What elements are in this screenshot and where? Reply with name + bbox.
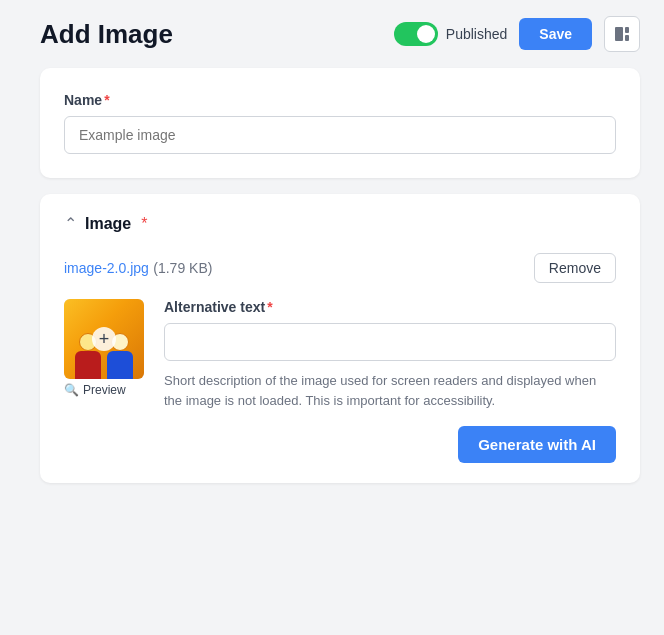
- main-content: Name* ⌃ Image * image-2.0.jpg (1.79 KB) …: [0, 68, 664, 507]
- top-actions: Published Save: [394, 16, 640, 52]
- alt-text-section: Alternative text* Short description of t…: [164, 299, 616, 463]
- save-button[interactable]: Save: [519, 18, 592, 50]
- published-toggle: Published: [394, 22, 508, 46]
- name-card: Name*: [40, 68, 640, 178]
- layout-button[interactable]: [604, 16, 640, 52]
- published-label: Published: [446, 26, 508, 42]
- person-2-body: [107, 351, 133, 379]
- person-1-body: [75, 351, 101, 379]
- generate-ai-button[interactable]: Generate with AI: [458, 426, 616, 463]
- alt-text-label: Alternative text*: [164, 299, 616, 315]
- preview-label: Preview: [83, 383, 126, 397]
- published-toggle-switch[interactable]: [394, 22, 438, 46]
- name-input[interactable]: [64, 116, 616, 154]
- top-bar: Add Image Published Save: [0, 0, 664, 68]
- name-required-star: *: [104, 92, 109, 108]
- image-section-title: Image: [85, 215, 131, 233]
- alt-text-hint: Short description of the image used for …: [164, 371, 616, 410]
- layout-col-right: [625, 27, 629, 41]
- name-label: Name*: [64, 92, 616, 108]
- toggle-slider: [394, 22, 438, 46]
- image-card: ⌃ Image * image-2.0.jpg (1.79 KB) Remove: [40, 194, 640, 483]
- remove-button[interactable]: Remove: [534, 253, 616, 283]
- add-overlay: +: [92, 327, 116, 351]
- layout-col-left: [615, 27, 623, 41]
- layout-block: [615, 27, 623, 41]
- collapse-icon[interactable]: ⌃: [64, 214, 77, 233]
- page-title: Add Image: [40, 19, 173, 50]
- file-info: image-2.0.jpg (1.79 KB): [64, 259, 212, 277]
- layout-icon: [615, 27, 629, 41]
- image-required-star: *: [141, 215, 147, 233]
- image-card-header: ⌃ Image *: [64, 214, 616, 233]
- search-icon: 🔍: [64, 383, 79, 397]
- alt-text-input[interactable]: [164, 323, 616, 361]
- layout-block-top: [625, 27, 629, 33]
- alt-text-required-star: *: [267, 299, 272, 315]
- image-details-row: + 🔍 Preview Alternative text* Short desc…: [64, 299, 616, 463]
- preview-label-row: 🔍 Preview: [64, 383, 144, 397]
- layout-block-bottom: [625, 35, 629, 41]
- image-info-row: image-2.0.jpg (1.79 KB) Remove: [64, 253, 616, 283]
- image-filename-link[interactable]: image-2.0.jpg: [64, 260, 149, 276]
- image-thumbnail: +: [64, 299, 144, 379]
- image-preview-container[interactable]: + 🔍 Preview: [64, 299, 144, 379]
- image-size: (1.79 KB): [153, 260, 212, 276]
